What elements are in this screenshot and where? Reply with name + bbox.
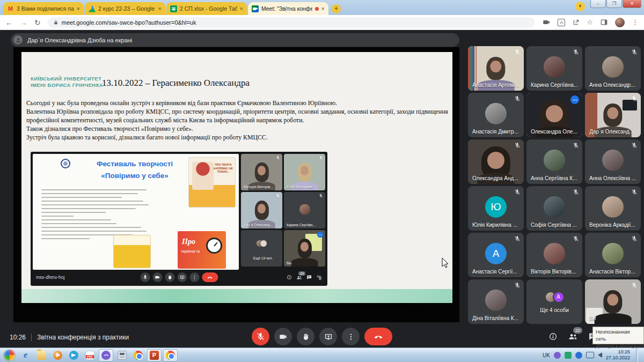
bookmark-star-icon[interactable]: ☆ <box>587 18 593 26</box>
participant-tile[interactable]: Ещё 19 чел. <box>241 230 282 267</box>
taskbar-calculator-button[interactable] <box>115 349 129 361</box>
taskbar-telegram-button[interactable] <box>67 349 81 361</box>
taskbar-chrome-profile-button[interactable] <box>163 349 178 361</box>
taskbar-chrome-button[interactable] <box>131 349 145 361</box>
people-button[interactable]: 22 <box>568 331 578 342</box>
gmail-favicon-icon: M <box>7 5 14 12</box>
participant-tile[interactable]: Анна Олександр... <box>585 46 641 91</box>
participant-tile[interactable]: Дар`я Олександ... <box>241 192 282 228</box>
network-tray-icon[interactable] <box>586 352 594 358</box>
tab-close-icon[interactable]: × <box>77 5 80 12</box>
meeting-info: 10:26 Звітна конференція з практики <box>10 334 129 341</box>
forward-button[interactable]: → <box>20 19 27 26</box>
address-bar[interactable]: meet.google.com/sav-swce-bpo?authuser=0&… <box>48 17 536 28</box>
slide-bottom-decoration <box>21 289 452 303</box>
profile-avatar[interactable] <box>615 18 625 27</box>
taskbar-clock[interactable]: 10:26 27.10.2022 <box>606 349 630 361</box>
mic-off-icon <box>573 49 579 55</box>
browser-tab[interactable]: M3 Вами поділилися папкою "Ж× <box>3 2 84 15</box>
recorder-tray-icon[interactable] <box>565 352 572 359</box>
camera-button[interactable] <box>274 328 292 345</box>
language-indicator[interactable]: UK <box>543 352 550 358</box>
show-desktop-button[interactable] <box>636 348 639 362</box>
participant-tile[interactable]: Олександра Анд... <box>468 139 524 184</box>
taskbar-windows-start-button[interactable] <box>2 349 17 361</box>
tab-title: 2 СП.xlsx - Google Таблиці <box>180 5 237 12</box>
presenting-banner-text: Дар`я Олександрівна Дзюба на екрані <box>27 37 132 43</box>
presenting-banner: Дар`я Олександрівна Дзюба на екрані <box>11 33 459 47</box>
participant-tile[interactable]: Анастасія Артемі... <box>468 46 524 91</box>
speaking-indicator-icon <box>317 232 323 238</box>
mic-muted-button[interactable] <box>252 328 269 345</box>
side-panel-icon[interactable] <box>600 18 608 26</box>
restore-button[interactable]: ❐ <box>606 0 622 8</box>
minimize-button[interactable]: – <box>590 0 606 8</box>
participant-tile[interactable]: Вероніка Аркадії... <box>585 186 641 231</box>
chevron-down-icon[interactable]: ▾ <box>575 2 585 11</box>
new-tab-button[interactable]: + <box>332 4 341 13</box>
browser-tab[interactable]: 2 курс 22-23 – Google Диск× <box>85 2 165 15</box>
viber-tray-icon[interactable] <box>554 352 561 359</box>
participant-tile[interactable]: АЩе 4 особи <box>526 279 582 324</box>
present-button[interactable] <box>319 328 337 345</box>
volume-tray-icon[interactable] <box>598 352 602 358</box>
participant-tile[interactable]: Карина Сергіївн... <box>284 192 325 228</box>
back-button[interactable]: ← <box>5 19 13 26</box>
info-icon[interactable] <box>548 332 558 341</box>
mic-off-icon <box>514 49 521 55</box>
festival-title: Фестиваль творчості «Повіримо у себе» <box>76 158 194 181</box>
mic-off-icon <box>514 142 521 149</box>
taskbar-file-explorer-button[interactable] <box>34 349 49 361</box>
raise-hand-button[interactable] <box>297 328 314 345</box>
mic-off-icon <box>573 235 579 242</box>
participant-tile[interactable]: Анна Сергіївна К... <box>526 139 582 184</box>
overflow-avatars <box>241 240 282 247</box>
mic-off-icon <box>631 49 638 55</box>
participant-tile[interactable]: Анна Олексіївна ... <box>585 139 641 184</box>
participant-tile[interactable]: Ви <box>585 279 641 324</box>
participant-tile[interactable]: ЮЮлія Кирилівна ... <box>468 186 524 231</box>
participant-tile[interactable]: Олександра Оле... <box>526 93 582 137</box>
camera-in-use-icon[interactable] <box>543 18 551 26</box>
toolbar-icons: A ☆ ⋮ <box>543 18 639 27</box>
participant-tile[interactable]: Вікторія Вікторів... <box>241 154 282 190</box>
participant-tile[interactable]: Юлія Володими... <box>284 154 325 190</box>
taskbar-internet-explorer-button[interactable]: e <box>18 349 33 361</box>
browser-menu-icon[interactable]: ⋮ <box>632 18 639 26</box>
close-button[interactable]: ✕ <box>623 0 641 8</box>
inner-people-badge: 25 <box>298 271 305 276</box>
tab-close-icon[interactable]: × <box>321 5 325 12</box>
powerpoint-icon: P <box>150 351 159 360</box>
reload-button[interactable]: ↻ <box>34 19 41 26</box>
participant-tile[interactable]: Діна Віталіївна К... <box>468 279 524 324</box>
taskbar-media-player-button[interactable] <box>50 349 65 361</box>
participant-tile[interactable]: Карина Сергіївна... <box>526 46 582 91</box>
tab-close-icon[interactable]: × <box>240 5 243 12</box>
participant-tile[interactable]: Анастасія Дмитр... <box>468 93 524 137</box>
more-options-button[interactable] <box>342 328 360 345</box>
mic-off-icon <box>631 189 638 195</box>
taskbar-viber-button[interactable] <box>99 349 113 361</box>
letter-avatar: А <box>485 242 507 264</box>
participant-tile[interactable]: ААнастасія Сергії... <box>468 233 524 277</box>
taskbar-powerpoint-button[interactable]: P <box>147 349 162 361</box>
participant-tile[interactable]: Вікторія Вікторів... <box>526 233 582 277</box>
window-controls: – ❐ ✕ <box>590 0 641 8</box>
participant-tile[interactable]: Вы <box>284 230 325 267</box>
share-icon[interactable] <box>572 19 580 26</box>
participant-tile[interactable]: Софія Сергіївна ... <box>526 186 582 231</box>
meeting-title: Звітна конференція з практики <box>37 334 129 341</box>
taskbar-pdf-reader-button[interactable] <box>83 349 97 361</box>
poster-illustration <box>192 162 214 190</box>
end-call-button[interactable] <box>364 328 392 345</box>
media-player-icon <box>53 351 62 360</box>
translate-icon[interactable]: A <box>558 19 565 26</box>
tab-close-icon[interactable]: × <box>158 5 162 12</box>
teamviewer-tray-icon[interactable] <box>575 352 582 359</box>
participant-tile[interactable]: Дар`я Олександ... <box>585 93 641 137</box>
avatar <box>544 242 565 264</box>
tab-title: Meet: "Звітна конференці <box>261 5 312 12</box>
browser-tab[interactable]: 2 СП.xlsx - Google Таблиці× <box>166 2 247 15</box>
participant-tile[interactable]: Анастасія Віктор... <box>585 233 641 277</box>
browser-tab[interactable]: Meet: "Звітна конференці× <box>248 2 328 15</box>
